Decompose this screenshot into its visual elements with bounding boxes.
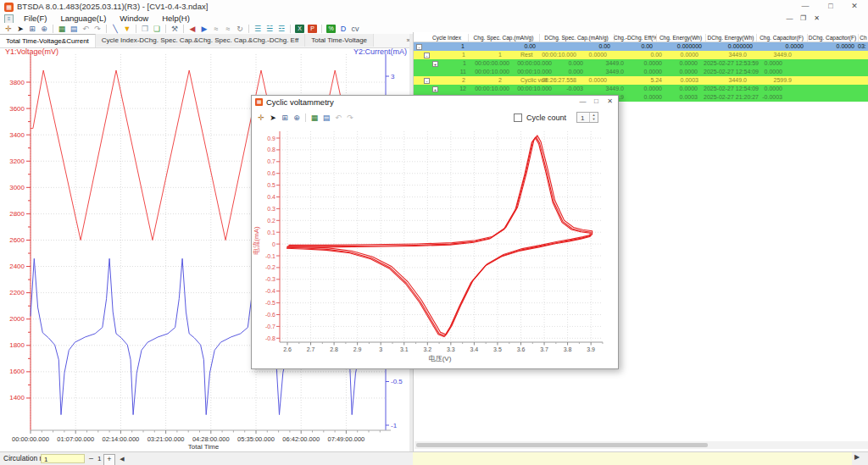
prev-step-icon[interactable]: ◀	[186, 24, 198, 34]
circulation-to-input[interactable]: 1	[95, 454, 102, 463]
export-office-icon[interactable]: P	[308, 25, 317, 33]
cell: 00:00:10.000	[475, 68, 509, 76]
expand-icon[interactable]: +	[432, 61, 438, 67]
app-title: BTSDA 8.0.1.483(2025.03.11)(R3) - [CV1-0…	[17, 2, 208, 11]
expand-icon[interactable]: +	[432, 86, 438, 92]
cv-zoom-icon[interactable]: ⊕	[291, 113, 303, 123]
column-header[interactable]: DChg. Energy(Wh)	[705, 34, 757, 42]
toolbar-separator	[165, 25, 166, 33]
settings-tool-icon[interactable]: ⚒	[169, 24, 181, 34]
menu-window[interactable]: Window	[113, 14, 155, 23]
layout-split-icon[interactable]: ☱	[264, 24, 275, 34]
pan-hand-icon[interactable]: ✛	[3, 24, 14, 34]
column-header[interactable]: Chg.-DChg. Eff(%)	[614, 34, 657, 42]
layout-list-icon[interactable]: ☰	[252, 24, 264, 34]
cell: 3449.0	[606, 68, 624, 76]
cycle-count-spinner[interactable]: 1▲ ▼	[576, 112, 598, 123]
prev-arrow-button[interactable]: ◀	[117, 454, 127, 464]
cv-cursor-icon[interactable]: ➤	[267, 113, 279, 123]
collapse-icon[interactable]: -	[424, 78, 430, 84]
child-close-button[interactable]: ✕	[811, 14, 822, 22]
cell: 00:00:10.000	[517, 85, 552, 93]
minimize-button[interactable]: —	[795, 0, 815, 13]
table-row[interactable]: +1200:00:10.00000:00:10.000-0.0033449.00…	[414, 85, 868, 93]
cell: 2599.9	[774, 76, 792, 85]
cv-pan-hand-icon[interactable]: ✛	[255, 113, 267, 123]
cycle-count-checkbox[interactable]	[514, 113, 522, 122]
undo-icon[interactable]: ↶	[80, 24, 92, 34]
cv-x-tick-label: 3	[379, 346, 382, 352]
column-header[interactable]: Chg. Energy(Wh)	[656, 34, 706, 42]
cv-maximize-button[interactable]: □	[590, 97, 603, 107]
menu-filef[interactable]: File(F)	[17, 14, 53, 23]
cv-tool-icon[interactable]: cv	[349, 24, 361, 34]
cursor-icon[interactable]: ➤	[14, 24, 26, 34]
cv-undo-icon[interactable]: ↶	[332, 113, 344, 123]
cv-x-axis-title: 电压(V)	[429, 355, 452, 363]
stat-percent-icon[interactable]: %	[326, 25, 336, 33]
column-header[interactable]: Cycle Index	[426, 34, 469, 42]
menu-helph[interactable]: Help(H)	[155, 14, 197, 23]
table-row[interactable]: 1100:00:10.00000:00:10.0000.0003449.00.0…	[414, 68, 868, 76]
marker-a-icon[interactable]: ≈	[210, 24, 222, 34]
collapse-icon[interactable]: -	[424, 53, 430, 58]
grid-header: Cycle IndexChg. Spec. Cap.(mAh/g)DChg. S…	[414, 34, 868, 42]
cv-close-button[interactable]: ✕	[604, 97, 616, 107]
cv-redo-icon[interactable]: ↷	[344, 113, 356, 123]
menu-languagel[interactable]: Language(L)	[53, 14, 113, 23]
cv-table-switch-icon[interactable]: ▤	[320, 113, 332, 123]
child-restore-button[interactable]: ❐	[798, 14, 809, 22]
redo-icon[interactable]: ↷	[92, 24, 103, 34]
column-header[interactable]: Chg. Spec. Cap.(mAh/g)	[468, 34, 540, 42]
next-arrow-button[interactable]: ▶	[854, 453, 860, 461]
grid-filter-bar[interactable]	[413, 452, 852, 465]
maximize-button[interactable]: □	[821, 0, 841, 13]
collapse-icon[interactable]: -	[416, 44, 422, 50]
marker-b-icon[interactable]: ≈	[222, 24, 234, 34]
cell: 2	[462, 76, 465, 85]
cv-window-titlebar[interactable]: ▦ Cyclic voltammetry — □ ✕	[252, 96, 618, 108]
table-row[interactable]: -22Cyclic volt08:26:27.5580.00005.240.00…	[414, 76, 868, 85]
tab-2[interactable]: Total Time-Voltage	[305, 34, 374, 47]
cv-chart[interactable]: 0.90.80.70.60.50.40.30.20.10-0.1-0.2-0.3…	[252, 126, 618, 368]
child-minimize-button[interactable]: —	[784, 14, 795, 22]
table-switch-icon[interactable]: ▤	[68, 24, 80, 34]
column-header[interactable]: DChg. Capacitor(F)	[807, 34, 859, 42]
tab-1[interactable]: Cycle Index-DChg. Spec. Cap.&Chg. Spec. …	[96, 34, 305, 47]
cv-minimize-button[interactable]: —	[576, 97, 589, 107]
cell: 11	[460, 68, 466, 76]
zoom-select-icon[interactable]: ⊞	[26, 24, 38, 34]
grid-horizontal-scrollbar[interactable]	[415, 441, 868, 449]
export-excel-icon[interactable]: X	[295, 25, 304, 33]
tab-0[interactable]: Total Time-Voltage&Current	[0, 34, 96, 47]
circulation-from-input[interactable]: 1	[41, 454, 85, 463]
draw-line-icon[interactable]: ╲	[109, 24, 121, 34]
cell: 0.0000	[644, 93, 662, 102]
close-button[interactable]: ✕	[844, 0, 865, 13]
spinner-arrows-icon[interactable]: ▲ ▼	[589, 113, 598, 122]
cv-x-tick-label: 2.7	[307, 346, 315, 352]
app-icon: ▦	[4, 3, 14, 12]
cv-zoom-select-icon[interactable]: ⊞	[279, 113, 291, 123]
cell: 0.0000	[786, 42, 804, 51]
cell: 00:00:00.000	[475, 59, 509, 68]
scrollbar-thumb[interactable]	[416, 443, 708, 447]
column-header[interactable]: Ch	[858, 34, 868, 42]
open-report-icon[interactable]: ❐	[139, 24, 151, 34]
copy-icon[interactable]: ❏	[151, 24, 163, 34]
layout-grid-icon[interactable]: ☲	[275, 24, 287, 34]
table-row[interactable]: +100:00:00.00000:00:00.0000.0003449.00.0…	[414, 59, 868, 68]
data-table-icon[interactable]: ▦	[56, 24, 68, 34]
table-row[interactable]: -10.000.000.000.0000000.0000000.00000.00…	[414, 42, 868, 51]
zoom-icon[interactable]: ⊕	[38, 24, 50, 34]
column-header[interactable]: Chg. Capacitor(F)	[756, 34, 808, 42]
next-step-icon[interactable]: ▶	[198, 24, 210, 34]
column-header[interactable]: DChg. Spec. Cap.(mAh/g)	[539, 34, 615, 42]
table-row[interactable]: -11Rest00:00:10.0000.00000.000.00003449.…	[414, 51, 868, 59]
refresh-icon[interactable]: ↻	[234, 24, 246, 34]
dqdv-icon[interactable]: D	[337, 24, 349, 34]
add-range-button[interactable]: +	[103, 454, 115, 465]
y1-axis-title: Y1:Voltage(mV)	[5, 47, 58, 56]
filter-funnel-icon[interactable]: ▼	[121, 24, 133, 34]
cv-data-table-icon[interactable]: ▦	[309, 113, 320, 123]
